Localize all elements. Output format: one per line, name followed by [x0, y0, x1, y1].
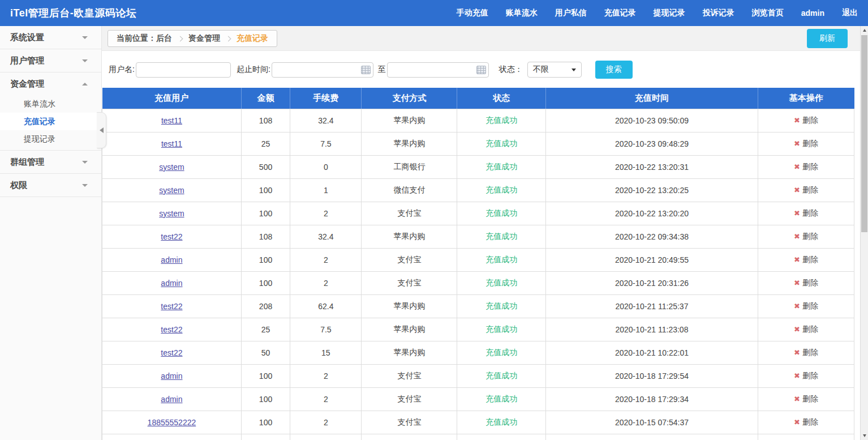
delete-action[interactable]: ✖删除	[794, 162, 818, 171]
delete-action[interactable]: ✖删除	[794, 208, 818, 217]
cell-method: 苹果内购	[362, 225, 457, 248]
sidebar-item-system-settings[interactable]: 系统设置	[0, 26, 101, 49]
topbar: iTel管理后台-欧皇源码论坛 手动充值账单流水用户私信充值记录提现记录投诉记录…	[0, 0, 868, 26]
user-link[interactable]: admin	[161, 395, 182, 404]
cell-fee: 7.5	[290, 318, 362, 341]
cell-fee: 62.4	[290, 294, 362, 318]
cell-operations: ✖删除	[758, 248, 854, 271]
user-link[interactable]: system	[159, 186, 184, 195]
cell-user: test11	[102, 132, 242, 155]
user-link[interactable]: test11	[161, 116, 182, 125]
cell-operations: ✖删除	[758, 202, 854, 225]
user-link[interactable]: test22	[161, 232, 182, 241]
sidebar-group-user-management: 用户管理	[0, 49, 101, 72]
sidebar-item-funds-management[interactable]: 资金管理	[0, 72, 101, 95]
topnav-item-manual-recharge[interactable]: 手动充值	[457, 8, 488, 18]
delete-label: 删除	[802, 278, 818, 287]
user-link[interactable]: test22	[161, 348, 182, 357]
topnav-item-admin[interactable]: admin	[801, 8, 824, 18]
topnav-item-billing-flow[interactable]: 账单流水	[506, 8, 538, 18]
user-link[interactable]: system	[159, 163, 184, 172]
sidebar-collapse-handle[interactable]	[97, 112, 106, 148]
delete-action[interactable]: ✖删除	[794, 139, 818, 148]
cell-user: test11	[102, 109, 242, 132]
cell-status: 充值成功	[457, 318, 546, 341]
cell-user: system	[102, 202, 242, 225]
cell-fee: 1	[290, 178, 362, 202]
delete-action[interactable]: ✖删除	[794, 301, 818, 310]
scroll-down-icon[interactable]	[861, 432, 868, 440]
topnav-item-user-messages[interactable]: 用户私信	[555, 8, 587, 18]
cell-operations: ✖删除	[758, 155, 854, 178]
user-link[interactable]: system	[159, 209, 184, 218]
cell-method: 微信支付	[362, 178, 457, 202]
scrollbar-thumb[interactable]	[861, 35, 867, 232]
delete-action[interactable]: ✖删除	[794, 417, 818, 426]
sidebar-subitem-billing-flow[interactable]: 账单流水	[0, 95, 101, 113]
cell-method: 苹果内购	[362, 341, 457, 364]
topnav-item-visit-homepage[interactable]: 浏览首页	[752, 8, 784, 18]
sidebar-subitem-withdraw-records[interactable]: 提现记录	[0, 130, 101, 148]
sidebar-group-funds-management: 资金管理账单流水充值记录提现记录	[0, 72, 101, 151]
end-date-input[interactable]	[387, 62, 489, 78]
delete-action[interactable]: ✖删除	[794, 371, 818, 380]
cell-fee: 2	[290, 411, 362, 434]
scroll-up-icon[interactable]	[861, 26, 868, 35]
header-time: 充值时间	[546, 88, 758, 109]
topnav-item-logout[interactable]: 退出	[842, 8, 858, 18]
topnav-item-complaint-records[interactable]: 投诉记录	[703, 8, 734, 18]
user-link[interactable]: test22	[161, 302, 182, 311]
cell-amount: 100	[241, 271, 290, 294]
sidebar-subitem-recharge-records[interactable]: 充值记录	[0, 113, 101, 130]
calendar-icon[interactable]	[361, 66, 371, 74]
user-link[interactable]: test22	[161, 325, 182, 334]
user-link[interactable]: admin	[161, 371, 182, 381]
user-link[interactable]: admin	[161, 255, 182, 264]
search-button[interactable]: 搜索	[595, 61, 633, 79]
breadcrumb-item-funds[interactable]: 资金管理	[188, 33, 220, 44]
user-link[interactable]: 18855552222	[148, 418, 196, 427]
cell-status: 充值成功	[457, 202, 546, 225]
sidebar-item-user-management[interactable]: 用户管理	[0, 49, 101, 72]
sidebar-item-permissions[interactable]: 权限	[0, 174, 101, 196]
delete-label: 删除	[802, 255, 818, 264]
delete-label: 删除	[802, 116, 818, 125]
start-date-input[interactable]	[272, 62, 373, 78]
delete-x-icon: ✖	[794, 116, 800, 125]
sidebar-group-system-settings: 系统设置	[0, 26, 101, 49]
delete-action[interactable]: ✖删除	[794, 394, 818, 403]
delete-action[interactable]: ✖删除	[794, 232, 818, 241]
cell-method: 支付宝	[362, 202, 457, 225]
table-row: admin1002支付宝充值成功2020-10-21 20:31:26✖删除	[102, 271, 854, 294]
cell-method: 支付宝	[362, 387, 457, 411]
cell-time: 2020-10-22 13:20:31	[546, 155, 758, 178]
table-row: test2220862.4苹果内购充值成功2020-10-21 11:25:37…	[102, 294, 854, 318]
delete-action[interactable]: ✖删除	[794, 348, 818, 357]
collapse-left-arrow-icon	[100, 127, 104, 133]
delete-action[interactable]: ✖删除	[794, 278, 818, 287]
delete-action[interactable]: ✖删除	[794, 185, 818, 194]
calendar-icon[interactable]	[476, 66, 486, 74]
delete-label: 删除	[802, 394, 818, 403]
cell-method: 支付宝	[362, 271, 457, 294]
cell-time: 2020-10-22 13:20:20	[546, 202, 758, 225]
topnav-item-withdraw-records[interactable]: 提现记录	[654, 8, 685, 18]
refresh-button[interactable]: 刷新	[807, 29, 848, 48]
cell-amount: 100	[241, 178, 290, 202]
sidebar-item-group-management[interactable]: 群组管理	[0, 151, 101, 173]
delete-action[interactable]: ✖删除	[794, 255, 818, 264]
chevron-up-icon	[82, 83, 88, 86]
cell-fee: 2	[290, 271, 362, 294]
topnav-item-recharge-records[interactable]: 充值记录	[604, 8, 636, 18]
username-input[interactable]	[136, 62, 231, 78]
user-link[interactable]: test11	[161, 139, 182, 148]
user-link[interactable]: admin	[161, 279, 182, 288]
delete-action[interactable]: ✖删除	[794, 324, 818, 334]
delete-action[interactable]: ✖删除	[794, 116, 818, 125]
status-select[interactable]: 不限	[527, 62, 582, 78]
status-label: 状态：	[499, 65, 523, 75]
cell-time: 2020-10-18 17:29:34	[546, 387, 758, 411]
cell-user: test22	[102, 294, 242, 318]
vertical-scrollbar[interactable]	[860, 26, 868, 440]
cell-fee: 32.4	[290, 109, 362, 132]
